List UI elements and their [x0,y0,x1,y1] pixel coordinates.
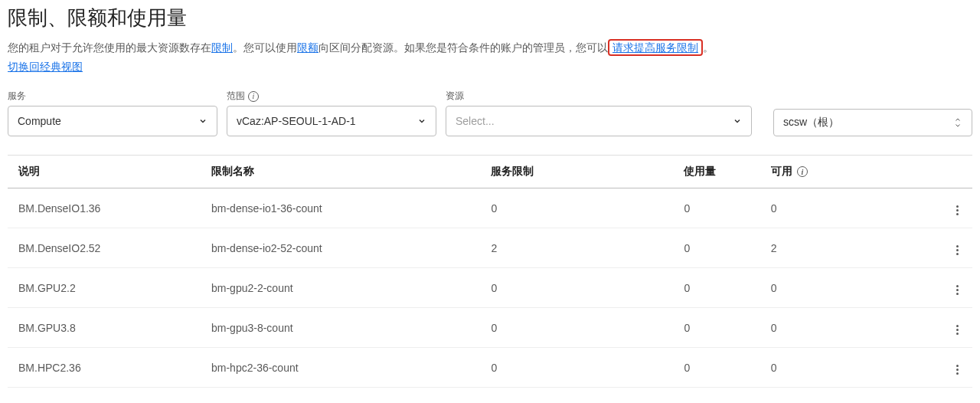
cell-actions [934,188,972,228]
desc-text: 向区间分配资源。如果您是符合条件的账户的管理员，您可以 [318,41,608,54]
cell-available: 0 [760,308,934,348]
filter-resource-label: 资源 [446,90,752,103]
filter-service-label: 服务 [8,90,217,103]
cell-limit-name: bm-dense-io2-52-count [201,228,480,268]
service-dropdown[interactable]: Compute [8,106,217,136]
chevron-down-icon [417,116,426,126]
th-service-limit: 服务限制 [480,156,673,188]
cell-usage: 0 [673,348,760,388]
cell-description: BM.Standard.B1.44 [8,388,201,403]
table-row: BM.DenseIO1.36bm-dense-io1-36-count000 [8,188,972,228]
cell-available: 0 [760,188,934,228]
table-row: BM.GPU3.8bm-gpu3-8-count000 [8,308,972,348]
th-available: 可用 i [760,156,934,188]
cell-usage: 0 [673,228,760,268]
cell-service-limit: 0 [480,348,673,388]
cell-service-limit: 0 [480,268,673,308]
chevron-down-icon [733,116,742,126]
desc-text: 。您可以使用 [233,41,297,54]
table-row: BM.GPU2.2bm-gpu2-2-count000 [8,268,972,308]
th-available-text: 可用 [771,165,792,179]
chevron-down-icon [198,116,207,126]
cell-description: BM.DenseIO1.36 [8,188,201,228]
cell-service-limit: 0 [480,388,673,403]
table-row: BM.DenseIO2.52bm-dense-io2-52-count202 [8,228,972,268]
cell-available: 0 [760,388,934,403]
cell-available: 2 [760,228,934,268]
table-row: BM.Standard.B1.44bm-standard-b1-44-count… [8,388,972,403]
row-actions-menu[interactable] [953,202,962,218]
row-actions-menu[interactable] [953,362,962,378]
resource-dropdown-placeholder: Select... [456,115,495,127]
compartment-value: scsw（根） [783,116,839,129]
page-title: 限制、限额和使用量 [8,5,972,31]
th-usage: 使用量 [673,156,760,188]
limits-table: 说明 限制名称 服务限制 使用量 可用 i BM.DenseIO1.36bm-d… [8,155,972,403]
cell-usage: 0 [673,188,760,228]
cell-description: BM.DenseIO2.52 [8,228,201,268]
filter-scope-group: 范围 i vCaz:AP-SEOUL-1-AD-1 [227,90,436,136]
info-icon[interactable]: i [248,91,259,102]
scope-dropdown-value: vCaz:AP-SEOUL-1-AD-1 [237,115,356,127]
row-actions-menu[interactable] [953,282,962,298]
cell-usage: 0 [673,308,760,348]
row-actions-menu[interactable] [953,322,962,338]
cell-available: 0 [760,348,934,388]
cell-limit-name: bm-dense-io1-36-count [201,188,480,228]
resource-dropdown[interactable]: Select... [446,106,752,136]
page-description: 您的租户对于允许您使用的最大资源数存在限制。您可以使用限额向区间分配资源。如果您… [8,39,972,56]
filter-scope-label: 范围 i [227,90,436,103]
cell-limit-name: bm-gpu3-8-count [201,308,480,348]
cell-description: BM.GPU2.2 [8,268,201,308]
cell-description: BM.GPU3.8 [8,308,201,348]
compartment-selector[interactable]: scsw（根） [773,109,972,136]
cell-actions [934,348,972,388]
info-icon[interactable]: i [797,166,808,177]
th-limit-name: 限制名称 [201,156,480,188]
filters-row: 服务 Compute 范围 i vCaz:AP-SEOUL-1-AD-1 资源 … [8,90,972,136]
desc-text: 。 [703,41,714,54]
cell-service-limit: 2 [480,228,673,268]
cell-service-limit: 0 [480,188,673,228]
cell-actions [934,308,972,348]
cell-usage: 0 [673,388,760,403]
th-actions [934,156,972,188]
table-header-row: 说明 限制名称 服务限制 使用量 可用 i [8,156,972,188]
cell-available: 0 [760,268,934,308]
cell-actions [934,388,972,403]
cell-actions [934,228,972,268]
filter-resource-group: 资源 Select... [446,90,752,136]
request-increase-link[interactable]: 请求提高服务限制 [612,41,698,54]
row-actions-menu[interactable] [953,242,962,258]
updown-icon [953,116,962,129]
scope-label-text: 范围 [227,90,245,103]
service-dropdown-value: Compute [18,115,61,127]
scope-dropdown[interactable]: vCaz:AP-SEOUL-1-AD-1 [227,106,436,136]
limits-link[interactable]: 限制 [211,41,233,54]
request-increase-highlight: 请求提高服务限制 [608,39,703,56]
switch-classic-link[interactable]: 切换回经典视图 [8,61,83,74]
cell-description: BM.HPC2.36 [8,348,201,388]
table-row: BM.HPC2.36bm-hpc2-36-count000 [8,348,972,388]
cell-limit-name: bm-standard-b1-44-count [201,388,480,403]
cell-usage: 0 [673,268,760,308]
quotas-link[interactable]: 限额 [297,41,318,54]
cell-limit-name: bm-gpu2-2-count [201,268,480,308]
cell-actions [934,268,972,308]
th-description: 说明 [8,156,201,188]
cell-service-limit: 0 [480,308,673,348]
cell-limit-name: bm-hpc2-36-count [201,348,480,388]
desc-text: 您的租户对于允许您使用的最大资源数存在 [8,41,211,54]
filter-service-group: 服务 Compute [8,90,217,136]
